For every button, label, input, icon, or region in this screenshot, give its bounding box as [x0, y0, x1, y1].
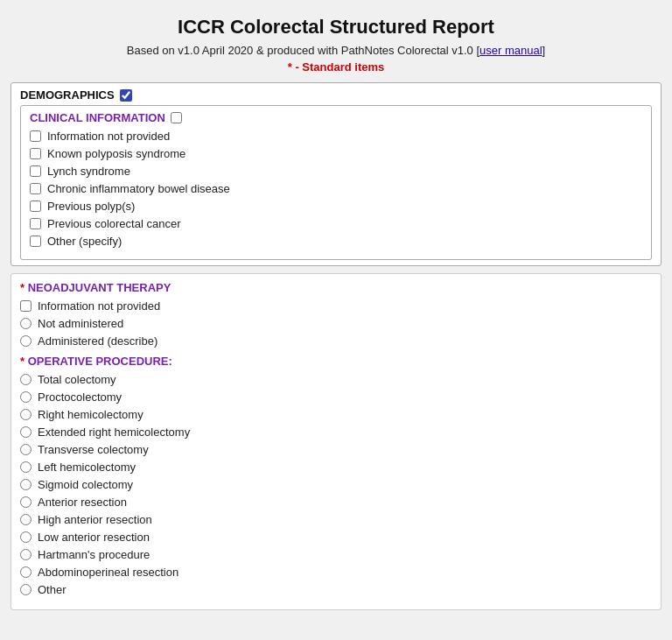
- operative-radio-label-7: Anterior resection: [38, 496, 127, 509]
- operative-radio-label-9: Low anterior resection: [38, 531, 150, 544]
- operative-radio-label-8: High anterior resection: [38, 513, 152, 526]
- list-item: Right hemicolectomy: [20, 408, 652, 421]
- operative-radio-label-10: Hartmann's procedure: [38, 548, 150, 561]
- operative-label: * OPERATIVE PROCEDURE:: [20, 355, 652, 368]
- operative-radio-label-5: Left hemicolectomy: [38, 461, 136, 474]
- clinical-item-label-4: Previous polyp(s): [47, 200, 135, 213]
- standard-items-text: Standard items: [302, 60, 384, 74]
- clinical-item-label-5: Previous colorectal cancer: [47, 217, 180, 230]
- neoadjuvant-radio-0[interactable]: [20, 318, 32, 329]
- clinical-item-label-2: Lynch syndrome: [47, 165, 130, 178]
- list-item: Proctocolectomy: [20, 390, 652, 404]
- list-item: Lynch syndrome: [30, 165, 642, 178]
- operative-radio-label-4: Transverse colectomy: [38, 443, 149, 456]
- clinical-item-checkbox-1[interactable]: [30, 148, 41, 159]
- neoadjuvant-radio-1[interactable]: [20, 335, 32, 347]
- operative-asterisk: *: [20, 355, 28, 368]
- list-item: Transverse colectomy: [20, 443, 652, 456]
- list-item: Other: [20, 583, 652, 596]
- operative-radio-label-11: Abdominoperineal resection: [38, 566, 178, 579]
- operative-radio-label-1: Proctocolectomy: [38, 390, 122, 404]
- list-item: Left hemicolectomy: [20, 461, 652, 474]
- list-item: Total colectomy: [20, 373, 652, 386]
- operative-radio-2[interactable]: [20, 409, 32, 420]
- operative-radio-label-3: Extended right hemicolectomy: [38, 425, 190, 439]
- list-item: Previous polyp(s): [30, 200, 642, 213]
- demographics-label: DEMOGRAPHICS: [20, 88, 115, 102]
- neoadjuvant-radio-label-1: Administered (describe): [38, 334, 158, 348]
- neoadjuvant-asterisk: *: [20, 281, 28, 294]
- operative-radio-label-6: Sigmoid colectomy: [38, 478, 133, 491]
- operative-radio-label-0: Total colectomy: [38, 373, 116, 386]
- operative-radio-5[interactable]: [20, 461, 32, 473]
- operative-radio-4[interactable]: [20, 444, 32, 455]
- clinical-item-checkbox-5[interactable]: [30, 218, 41, 229]
- subtitle-text: Based on v1.0 April 2020 & produced with…: [127, 44, 480, 57]
- list-item: Not administered: [20, 317, 652, 330]
- page-container: ICCR Colorectal Structured Report Based …: [0, 0, 672, 628]
- operative-radio-8[interactable]: [20, 514, 32, 525]
- subtitle: Based on v1.0 April 2020 & produced with…: [10, 44, 662, 57]
- list-item: Known polyposis syndrome: [30, 147, 642, 160]
- list-item: Information not provided: [20, 299, 652, 313]
- clinical-item-label-1: Known polyposis syndrome: [47, 147, 186, 160]
- user-manual-link[interactable]: user manual: [480, 44, 542, 57]
- list-item: Previous colorectal cancer: [30, 217, 642, 230]
- list-item: Sigmoid colectomy: [20, 478, 652, 491]
- operative-radio-12[interactable]: [20, 584, 32, 595]
- list-item: Abdominoperineal resection: [20, 566, 652, 579]
- standard-items-prefix: * -: [288, 60, 303, 74]
- list-item: Anterior resection: [20, 496, 652, 509]
- list-item: Administered (describe): [20, 334, 652, 348]
- operative-radio-1[interactable]: [20, 391, 32, 403]
- clinical-item-label-6: Other (specify): [47, 235, 122, 248]
- operative-radio-label-12: Other: [38, 583, 66, 596]
- clinical-item-checkbox-4[interactable]: [30, 200, 41, 212]
- operative-radio-11[interactable]: [20, 566, 32, 578]
- clinical-checkbox[interactable]: [171, 112, 182, 123]
- list-item: Chronic inflammatory bowel disease: [30, 182, 642, 195]
- neoadjuvant-title: NEOADJUVANT THERAPY: [28, 281, 172, 294]
- operative-radio-0[interactable]: [20, 374, 32, 385]
- list-item: High anterior resection: [20, 513, 652, 526]
- demographics-section: DEMOGRAPHICS CLINICAL INFORMATION Inform…: [10, 82, 662, 266]
- demographics-checkbox[interactable]: [120, 89, 132, 102]
- list-item: Information not provided: [30, 130, 642, 143]
- clinical-item-checkbox-0[interactable]: [30, 130, 41, 142]
- neoadjuvant-checkbox-label-0: Information not provided: [38, 299, 160, 313]
- subtitle-end: ]: [542, 44, 546, 57]
- clinical-item-label-3: Chronic inflammatory bowel disease: [47, 182, 230, 195]
- page-title: ICCR Colorectal Structured Report: [10, 16, 662, 39]
- clinical-header: CLINICAL INFORMATION: [30, 111, 642, 124]
- clinical-item-label-0: Information not provided: [47, 130, 170, 143]
- neoadjuvant-label: * NEOADJUVANT THERAPY: [20, 281, 652, 294]
- operative-radio-3[interactable]: [20, 426, 32, 438]
- clinical-item-checkbox-6[interactable]: [30, 236, 41, 247]
- standard-items-label: * - Standard items: [10, 60, 662, 74]
- operative-radio-6[interactable]: [20, 479, 32, 490]
- demographics-header: DEMOGRAPHICS: [20, 88, 652, 102]
- list-item: Extended right hemicolectomy: [20, 425, 652, 439]
- operative-title: OPERATIVE PROCEDURE:: [28, 355, 172, 368]
- neoadjuvant-checkbox-0[interactable]: [20, 300, 32, 312]
- operative-radio-7[interactable]: [20, 496, 32, 508]
- neoadjuvant-radio-label-0: Not administered: [38, 317, 123, 330]
- clinical-label: CLINICAL INFORMATION: [30, 111, 165, 124]
- operative-radio-10[interactable]: [20, 549, 32, 560]
- clinical-item-checkbox-2[interactable]: [30, 165, 41, 177]
- list-item: Low anterior resection: [20, 531, 652, 544]
- operative-radio-label-2: Right hemicolectomy: [38, 408, 144, 421]
- neoadjuvant-section: * NEOADJUVANT THERAPY Information not pr…: [10, 273, 662, 610]
- clinical-section: CLINICAL INFORMATION Information not pro…: [20, 105, 652, 260]
- operative-radio-9[interactable]: [20, 531, 32, 543]
- list-item: Hartmann's procedure: [20, 548, 652, 561]
- clinical-item-checkbox-3[interactable]: [30, 183, 41, 194]
- list-item: Other (specify): [30, 235, 642, 248]
